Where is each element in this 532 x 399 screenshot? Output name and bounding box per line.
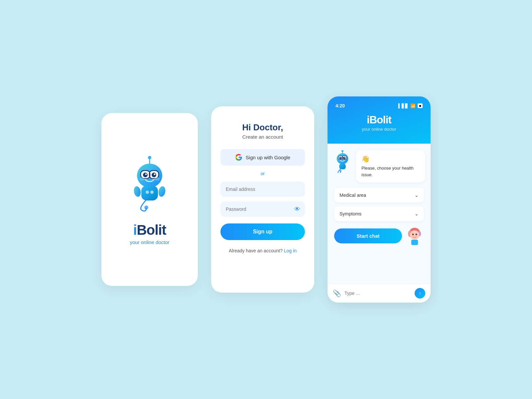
battery-icon: ■ <box>418 103 423 108</box>
svg-point-19 <box>158 186 166 198</box>
svg-point-8 <box>143 173 148 177</box>
status-bar: 4:20 ▍▋▊ 📶 ■ <box>335 103 423 108</box>
svg-point-13 <box>155 177 160 181</box>
dropdown1-arrow-icon: ⌄ <box>415 193 419 198</box>
screen-signup: Hi Doctor, Create an account Sign up wit… <box>211 106 314 293</box>
google-signup-button[interactable]: Sign up with Google <box>220 149 305 166</box>
status-time: 4:20 <box>335 103 345 108</box>
login-prompt: Already have an account? Log in <box>229 248 297 253</box>
symptoms-dropdown[interactable]: Symptoms ⌄ <box>334 206 424 221</box>
wifi-icon: 📶 <box>410 103 416 108</box>
svg-rect-14 <box>141 186 158 200</box>
or-divider: or <box>261 171 265 176</box>
patient-avatar <box>405 226 424 245</box>
chat-body: 👋 Please, choose your health issue. Medi… <box>328 144 431 284</box>
svg-point-1 <box>148 156 151 159</box>
screens-container: iBolit your online doctor Hi Doctor, Cre… <box>101 96 431 303</box>
signal-icon: ▍▋▊ <box>398 103 408 108</box>
signup-heading: Hi Doctor, <box>242 122 283 133</box>
signup-subheading: Create an account <box>242 134 283 140</box>
svg-point-10 <box>145 174 147 175</box>
google-btn-label: Sign up with Google <box>246 155 290 160</box>
svg-point-9 <box>152 173 156 177</box>
svg-rect-39 <box>411 240 418 245</box>
attach-icon[interactable]: 📎 <box>333 289 341 297</box>
signup-button[interactable]: Sign up <box>220 223 305 240</box>
svg-point-11 <box>154 174 156 175</box>
send-button[interactable]: ↑ <box>415 288 425 299</box>
start-chat-button[interactable]: Start chat <box>334 228 402 243</box>
start-chat-row: Start chat <box>333 226 425 245</box>
splash-tagline: your online doctor <box>130 239 169 245</box>
email-input[interactable] <box>220 182 305 197</box>
svg-point-38 <box>416 234 417 235</box>
splash-app-name: iBolit <box>133 222 166 238</box>
svg-point-21 <box>341 150 343 152</box>
bot-message-row: 👋 Please, choose your health issue. <box>333 150 425 183</box>
bot-message-text: Please, choose your health issue. <box>361 165 420 178</box>
greeting-emoji: 👋 <box>361 155 420 163</box>
svg-point-15 <box>146 191 149 194</box>
medical-area-label: Medical area <box>339 193 366 198</box>
dropdown-options: Medical area ⌄ Symptoms ⌄ <box>333 188 425 221</box>
chat-tagline: your online doctor <box>362 127 396 132</box>
chat-header: 4:20 ▍▋▊ 📶 ■ iBolit your online doctor <box>328 96 431 144</box>
login-link[interactable]: Log in <box>284 248 297 253</box>
chat-input-bar: 📎 ↑ <box>328 284 431 303</box>
svg-point-12 <box>140 177 144 181</box>
chat-app-name: iBolit <box>367 114 391 126</box>
robot-illustration <box>123 154 176 214</box>
screen-chat: 4:20 ▍▋▊ 📶 ■ iBolit your online doctor <box>328 96 431 303</box>
password-input[interactable] <box>220 201 305 217</box>
svg-rect-31 <box>339 164 345 169</box>
svg-point-32 <box>339 170 341 172</box>
medical-area-dropdown[interactable]: Medical area ⌄ <box>334 188 424 202</box>
svg-point-28 <box>343 157 346 160</box>
svg-point-36 <box>410 230 419 240</box>
svg-point-37 <box>412 234 414 235</box>
chat-input[interactable] <box>344 291 411 296</box>
svg-point-18 <box>133 186 141 198</box>
svg-point-27 <box>339 157 342 160</box>
svg-point-30 <box>344 157 345 158</box>
svg-point-17 <box>144 205 148 209</box>
symptoms-label: Symptoms <box>339 211 361 216</box>
dropdown2-arrow-icon: ⌄ <box>415 211 419 216</box>
bot-avatar-chat <box>333 150 352 170</box>
chat-bubble: 👋 Please, choose your health issue. <box>356 150 425 183</box>
eye-icon[interactable]: 👁 <box>294 206 300 213</box>
status-icons: ▍▋▊ 📶 ■ <box>398 103 423 108</box>
svg-point-16 <box>150 191 154 194</box>
svg-point-29 <box>340 157 341 158</box>
password-wrapper: 👁 <box>220 201 305 217</box>
screen-splash: iBolit your online doctor <box>101 113 198 286</box>
